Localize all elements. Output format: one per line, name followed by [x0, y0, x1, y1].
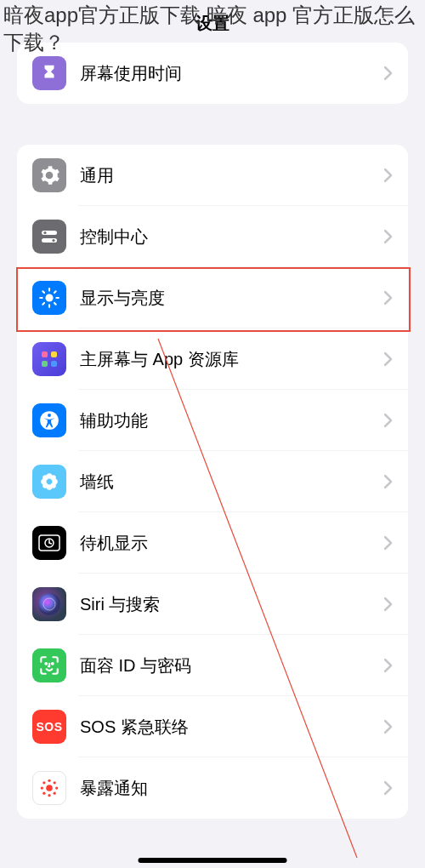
svg-line-11 — [42, 303, 44, 305]
row-label: Siri 与搜索 — [80, 593, 384, 616]
settings-group-main: 通用控制中心显示与亮度主屏幕与 App 资源库辅助功能墙纸待机显示Siri 与搜… — [17, 145, 408, 819]
chevron-right-icon — [384, 597, 393, 611]
settings-row[interactable]: 通用 — [17, 145, 408, 206]
switches-icon — [32, 220, 66, 254]
settings-row[interactable]: 主屏幕与 App 资源库 — [17, 328, 408, 390]
exposure-icon — [32, 771, 66, 805]
home-indicator — [139, 858, 287, 863]
svg-point-4 — [45, 294, 53, 301]
sos-icon: SOS — [32, 710, 66, 744]
svg-point-40 — [55, 786, 58, 789]
chevron-right-icon — [384, 475, 393, 488]
svg-point-26 — [50, 483, 56, 488]
svg-point-2 — [43, 231, 46, 234]
svg-point-18 — [48, 414, 51, 417]
row-label: 墙纸 — [80, 471, 384, 494]
settings-row[interactable]: Siri 与搜索 — [17, 574, 408, 635]
svg-point-36 — [46, 785, 53, 791]
svg-line-31 — [49, 543, 52, 544]
chevron-right-icon — [384, 720, 393, 734]
article-title-overlay: 暗夜app官方正版下载 暗夜 app 官方正版怎么下载？ — [0, 0, 425, 59]
flower-icon — [32, 465, 66, 499]
brightness-icon — [32, 281, 66, 315]
chevron-right-icon — [384, 291, 393, 305]
row-label: 主屏幕与 App 资源库 — [80, 348, 384, 371]
settings-row[interactable]: 墙纸 — [17, 451, 408, 512]
svg-point-3 — [52, 239, 54, 242]
svg-line-9 — [42, 291, 44, 293]
accessibility-icon — [32, 403, 66, 437]
settings-row[interactable]: 辅助功能 — [17, 390, 408, 451]
svg-point-41 — [42, 781, 45, 784]
svg-rect-16 — [51, 361, 57, 367]
row-label: 辅助功能 — [80, 409, 384, 432]
svg-point-39 — [41, 786, 43, 789]
clock-icon — [32, 526, 66, 560]
svg-point-42 — [54, 781, 56, 784]
chevron-right-icon — [384, 414, 393, 427]
chevron-right-icon — [384, 168, 393, 182]
svg-line-12 — [54, 291, 56, 293]
svg-point-37 — [48, 779, 50, 782]
chevron-right-icon — [384, 230, 393, 243]
siri-icon — [32, 587, 66, 621]
settings-row[interactable]: 面容 ID 与密码 — [17, 635, 408, 696]
gear-icon — [32, 158, 66, 192]
apps-grid-icon — [32, 342, 66, 376]
svg-point-27 — [47, 479, 52, 484]
chevron-right-icon — [384, 781, 393, 795]
svg-point-24 — [50, 475, 56, 481]
svg-point-44 — [54, 792, 56, 795]
row-label: SOS 紧急联络 — [80, 716, 384, 739]
chevron-right-icon — [384, 352, 393, 366]
row-label: 显示与亮度 — [80, 287, 384, 310]
row-label: 面容 ID 与密码 — [80, 654, 384, 677]
hourglass-icon — [32, 56, 66, 90]
settings-row[interactable]: 暴露通知 — [17, 757, 408, 819]
svg-point-23 — [42, 475, 48, 481]
faceid-icon — [32, 648, 66, 682]
svg-rect-13 — [42, 351, 48, 357]
row-label: 待机显示 — [80, 532, 384, 555]
settings-row[interactable]: 显示与亮度 — [17, 267, 408, 328]
row-label: 暴露通知 — [80, 777, 384, 800]
settings-row[interactable]: 控制中心 — [17, 206, 408, 267]
row-label: 屏幕使用时间 — [80, 62, 384, 85]
svg-rect-15 — [42, 361, 48, 367]
svg-point-35 — [52, 663, 54, 665]
chevron-right-icon — [384, 536, 393, 550]
row-label: 控制中心 — [80, 226, 384, 248]
svg-point-43 — [42, 792, 45, 795]
chevron-right-icon — [384, 66, 393, 80]
svg-point-25 — [42, 483, 48, 488]
svg-rect-14 — [51, 351, 57, 357]
settings-row[interactable]: 待机显示 — [17, 512, 408, 574]
row-label: 通用 — [80, 164, 384, 187]
svg-point-34 — [45, 663, 47, 665]
svg-point-38 — [48, 794, 50, 797]
chevron-right-icon — [384, 659, 393, 672]
svg-line-10 — [54, 303, 56, 305]
settings-row[interactable]: SOSSOS 紧急联络 — [17, 696, 408, 757]
svg-point-32 — [38, 593, 60, 615]
